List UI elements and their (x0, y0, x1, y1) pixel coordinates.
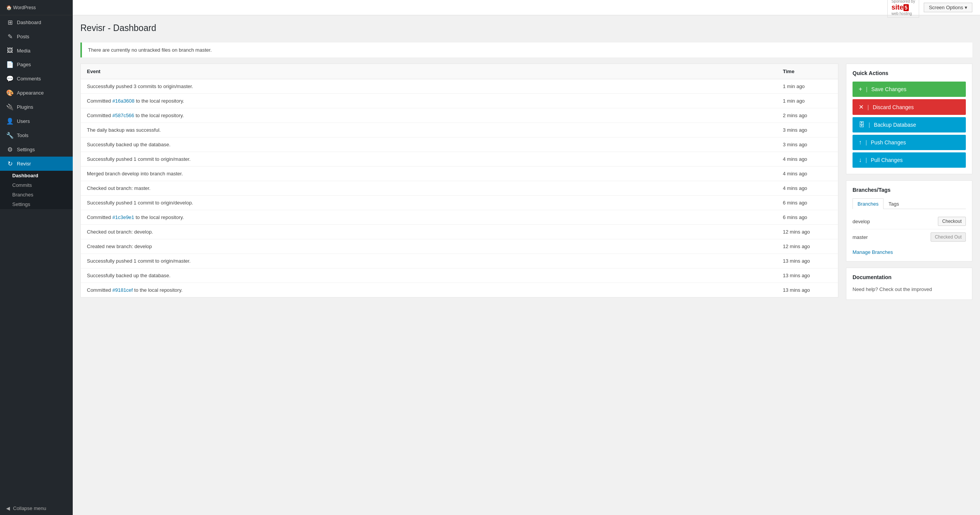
event-cell: Committed #1c3e9e1 to the local reposito… (81, 210, 777, 225)
manage-branches-link[interactable]: Manage Branches (853, 249, 966, 255)
time-column-header: Time (777, 64, 838, 79)
backup-database-button[interactable]: 🗄 | Backup Database (853, 117, 966, 132)
commit-link[interactable]: #1c3e9e1 (112, 214, 134, 220)
content-grid: Event Time Successfully pushed 3 commits… (80, 64, 972, 300)
time-cell: 13 mins ago (777, 254, 838, 268)
tab-tags[interactable]: Tags (884, 198, 904, 209)
event-column-header: Event (81, 64, 777, 79)
comments-icon: 💬 (6, 75, 14, 82)
sidebar-item-plugins[interactable]: 🔌 Plugins (0, 100, 73, 114)
discard-changes-button[interactable]: ✕ | Discard Changes (853, 99, 966, 115)
sidebar-item-comments[interactable]: 💬 Comments (0, 72, 73, 86)
sidebar-sub-dashboard[interactable]: Dashboard (0, 171, 73, 180)
collapse-menu-button[interactable]: ◀ Collapse menu (0, 502, 73, 515)
topbar: Sponsored by site5 web hosting Screen Op… (73, 0, 980, 15)
event-cell: Successfully backed up the database. (81, 268, 777, 283)
revisr-icon: ↻ (6, 160, 14, 167)
appearance-icon: 🎨 (6, 89, 14, 96)
tab-branches[interactable]: Branches (853, 198, 884, 209)
event-cell: Successfully pushed 1 commit to origin/d… (81, 196, 777, 210)
x-icon: ✕ (859, 103, 864, 111)
tools-icon: 🔧 (6, 132, 14, 139)
event-cell: Successfully pushed 3 commits to origin/… (81, 79, 777, 94)
time-cell: 1 min ago (777, 94, 838, 108)
dashboard-icon: ⊞ (6, 19, 14, 26)
sidebar-item-media[interactable]: 🖼 Media (0, 44, 73, 57)
branches-tags-box: Branches/Tags Branches Tags developCheck… (846, 180, 972, 262)
event-cell: The daily backup was successful. (81, 123, 777, 137)
main-content: Sponsored by site5 web hosting Screen Op… (73, 0, 980, 515)
sidebar-item-dashboard[interactable]: ⊞ Dashboard (0, 15, 73, 29)
quick-actions-box: Quick Actions + | Save Changes ✕ | Disca… (846, 64, 972, 174)
documentation-box: Documentation Need help? Check out the i… (846, 268, 972, 300)
table-row: Successfully pushed 1 commit to origin/m… (81, 254, 838, 268)
commit-link[interactable]: #587c566 (112, 113, 134, 118)
media-icon: 🖼 (6, 47, 14, 54)
plus-icon: + (859, 86, 862, 93)
table-row: Merged branch develop into branch master… (81, 167, 838, 181)
sidebar-item-appearance[interactable]: 🎨 Appearance (0, 86, 73, 100)
pull-changes-button[interactable]: ↓ | Pull Changes (853, 152, 966, 168)
time-cell: 6 mins ago (777, 210, 838, 225)
settings-icon: ⚙ (6, 146, 14, 153)
table-row: Checked out branch: master.4 mins ago (81, 181, 838, 196)
event-cell: Committed #16a3608 to the local reposito… (81, 94, 777, 108)
documentation-title: Documentation (853, 274, 966, 280)
sidebar-item-revisr[interactable]: ↻ Revisr (0, 157, 73, 171)
table-row: Committed #587c566 to the local reposito… (81, 108, 838, 123)
table-row: Created new branch: develop12 mins ago (81, 239, 838, 254)
time-cell: 4 mins ago (777, 167, 838, 181)
pages-icon: 📄 (6, 61, 14, 68)
table-row: Successfully backed up the database.3 mi… (81, 137, 838, 152)
table-row: Checked out branch: develop.12 mins ago (81, 225, 838, 239)
event-cell: Successfully backed up the database. (81, 137, 777, 152)
branch-name: develop (853, 219, 870, 224)
event-table-panel: Event Time Successfully pushed 3 commits… (80, 64, 838, 298)
time-cell: 13 mins ago (777, 268, 838, 283)
branch-row: masterChecked Out (853, 229, 966, 245)
event-cell: Successfully pushed 1 commit to origin/m… (81, 152, 777, 167)
table-row: Committed #9181cef to the local reposito… (81, 283, 838, 298)
sidebar-logo: 🏠 WordPress (0, 0, 73, 15)
sidebar-sub-settings[interactable]: Settings (0, 199, 73, 209)
table-row: Successfully pushed 3 commits to origin/… (81, 79, 838, 94)
event-cell: Committed #9181cef to the local reposito… (81, 283, 777, 298)
sidebar-item-settings[interactable]: ⚙ Settings (0, 142, 73, 157)
table-row: Successfully pushed 1 commit to origin/m… (81, 152, 838, 167)
time-cell: 3 mins ago (777, 137, 838, 152)
time-cell: 12 mins ago (777, 225, 838, 239)
posts-icon: ✎ (6, 33, 14, 40)
chevron-down-icon: ▾ (965, 5, 967, 10)
sidebar-item-pages[interactable]: 📄 Pages (0, 57, 73, 72)
table-row: Committed #1c3e9e1 to the local reposito… (81, 210, 838, 225)
commit-link[interactable]: #9181cef (112, 287, 133, 293)
side-panel: Quick Actions + | Save Changes ✕ | Disca… (846, 64, 972, 300)
event-cell: Merged branch develop into branch master… (81, 167, 777, 181)
table-row: Successfully pushed 1 commit to origin/d… (81, 196, 838, 210)
time-cell: 3 mins ago (777, 123, 838, 137)
screen-options-button[interactable]: Screen Options ▾ (924, 3, 972, 12)
event-cell: Committed #587c566 to the local reposito… (81, 108, 777, 123)
sidebar-revisr-section: ↻ Revisr Dashboard Commits Branches Sett… (0, 157, 73, 209)
time-cell: 1 min ago (777, 79, 838, 94)
table-row: Successfully backed up the database.13 m… (81, 268, 838, 283)
commit-link[interactable]: #16a3608 (112, 98, 134, 104)
push-changes-button[interactable]: ↑ | Push Changes (853, 135, 966, 150)
checkout-button[interactable]: Checkout (938, 217, 966, 226)
time-cell: 4 mins ago (777, 152, 838, 167)
save-changes-button[interactable]: + | Save Changes (853, 82, 966, 97)
table-row: Committed #16a3608 to the local reposito… (81, 94, 838, 108)
sidebar-item-tools[interactable]: 🔧 Tools (0, 128, 73, 142)
users-icon: 👤 (6, 118, 14, 125)
time-cell: 2 mins ago (777, 108, 838, 123)
plugins-icon: 🔌 (6, 103, 14, 111)
sidebar-sub-branches[interactable]: Branches (0, 190, 73, 199)
download-icon: ↓ (859, 157, 862, 163)
sidebar-sub-commits[interactable]: Commits (0, 180, 73, 190)
sidebar-item-posts[interactable]: ✎ Posts (0, 29, 73, 44)
page-title: Revisr - Dashboard (80, 23, 972, 33)
time-cell: 4 mins ago (777, 181, 838, 196)
checked-out-button: Checked Out (931, 232, 966, 242)
sidebar-item-users[interactable]: 👤 Users (0, 114, 73, 128)
branch-name: master (853, 234, 868, 240)
